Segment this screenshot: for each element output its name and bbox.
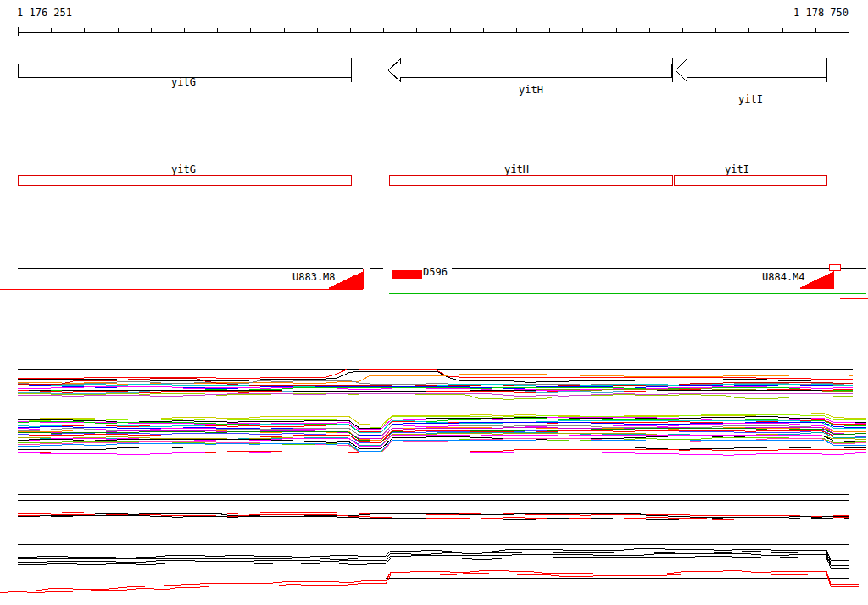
gene-yitG[interactable]	[18, 64, 351, 77]
profile-line	[0, 573, 859, 593]
gene-label-yitI: yitI	[738, 94, 763, 104]
feature-label-yitI: yitI	[725, 164, 749, 175]
gene-yitI[interactable]	[676, 59, 826, 81]
marker-label-d596: D596	[422, 267, 448, 277]
marker-bar-d596[interactable]	[392, 270, 421, 278]
genome-browser-view: 1 176 251 1 178 750 yitG yitH yitI yitG …	[0, 0, 868, 605]
profile-line	[18, 515, 849, 519]
feature-box-yitH[interactable]	[389, 175, 672, 185]
profile-line	[18, 369, 853, 380]
gene-label-yitH: yitH	[519, 85, 543, 95]
marker-box[interactable]	[829, 264, 840, 270]
marker-label-u884-m4: U884.M4	[762, 272, 805, 282]
marker-ramp[interactable]	[800, 272, 833, 288]
gene-yitH[interactable]	[388, 59, 671, 81]
ruler-start-label: 1 176 251	[17, 8, 72, 18]
feature-box-yitI[interactable]	[674, 175, 826, 185]
ruler-end-label: 1 178 750	[793, 8, 849, 18]
feature-label-yitG: yitG	[171, 164, 196, 175]
tracks-canvas	[0, 0, 868, 605]
feature-label-yitH: yitH	[504, 164, 529, 175]
profile-line	[18, 447, 866, 450]
profile-line	[18, 393, 853, 399]
profile-line	[18, 553, 849, 565]
gene-label-yitG: yitG	[171, 77, 196, 87]
marker-label-u883-m8: U883.M8	[292, 272, 336, 282]
feature-box-yitG[interactable]	[18, 175, 351, 185]
